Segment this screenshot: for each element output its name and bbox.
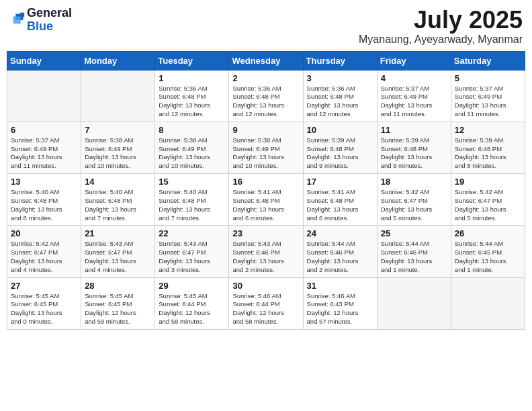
day-number: 9 [232, 125, 299, 135]
weekday-header-sunday: Sunday [7, 51, 81, 70]
day-info: Sunrise: 5:38 AM Sunset: 6:49 PM Dayligh… [232, 136, 299, 171]
day-number: 13 [11, 177, 77, 187]
day-info: Sunrise: 5:40 AM Sunset: 6:48 PM Dayligh… [11, 188, 77, 222]
calendar-cell: 17Sunrise: 5:41 AM Sunset: 6:48 PM Dayli… [303, 174, 377, 226]
logo-icon [11, 11, 26, 26]
calendar-cell: 23Sunrise: 5:43 AM Sunset: 6:46 PM Dayli… [229, 226, 303, 277]
day-number: 17 [307, 177, 373, 187]
calendar-cell: 28Sunrise: 5:45 AM Sunset: 6:45 PM Dayli… [81, 277, 155, 329]
calendar-cell: 26Sunrise: 5:44 AM Sunset: 6:45 PM Dayli… [451, 226, 525, 277]
day-number: 30 [232, 281, 299, 291]
calendar-cell: 6Sunrise: 5:37 AM Sunset: 6:49 PM Daylig… [7, 122, 81, 173]
month-year-title: July 2025 [359, 7, 523, 34]
day-info: Sunrise: 5:46 AM Sunset: 6:44 PM Dayligh… [232, 292, 299, 326]
day-number: 7 [85, 125, 151, 135]
calendar-cell: 8Sunrise: 5:38 AM Sunset: 6:49 PM Daylig… [155, 122, 229, 173]
location-subtitle: Myanaung, Ayeyarwady, Myanmar [359, 34, 523, 46]
day-info: Sunrise: 5:45 AM Sunset: 6:44 PM Dayligh… [159, 292, 225, 326]
day-number: 8 [159, 125, 225, 135]
calendar-cell: 18Sunrise: 5:42 AM Sunset: 6:47 PM Dayli… [377, 174, 451, 226]
day-info: Sunrise: 5:44 AM Sunset: 6:46 PM Dayligh… [307, 240, 373, 274]
calendar-cell: 19Sunrise: 5:42 AM Sunset: 6:47 PM Dayli… [451, 174, 525, 226]
day-info: Sunrise: 5:39 AM Sunset: 6:48 PM Dayligh… [381, 136, 447, 171]
week-row-1: 1Sunrise: 5:36 AM Sunset: 6:48 PM Daylig… [7, 70, 525, 122]
day-info: Sunrise: 5:39 AM Sunset: 6:48 PM Dayligh… [455, 136, 521, 171]
day-info: Sunrise: 5:37 AM Sunset: 6:49 PM Dayligh… [455, 85, 521, 119]
day-info: Sunrise: 5:43 AM Sunset: 6:47 PM Dayligh… [85, 240, 151, 274]
day-number: 22 [159, 228, 225, 238]
calendar-cell: 15Sunrise: 5:40 AM Sunset: 6:48 PM Dayli… [155, 174, 229, 226]
day-info: Sunrise: 5:41 AM Sunset: 6:48 PM Dayligh… [307, 188, 373, 222]
day-info: Sunrise: 5:36 AM Sunset: 6:48 PM Dayligh… [159, 85, 225, 119]
calendar-cell: 7Sunrise: 5:38 AM Sunset: 6:49 PM Daylig… [81, 122, 155, 173]
day-number: 19 [455, 177, 521, 187]
calendar-cell [377, 277, 451, 329]
day-info: Sunrise: 5:38 AM Sunset: 6:49 PM Dayligh… [85, 136, 151, 171]
day-info: Sunrise: 5:41 AM Sunset: 6:48 PM Dayligh… [232, 188, 299, 222]
day-info: Sunrise: 5:43 AM Sunset: 6:46 PM Dayligh… [232, 240, 299, 274]
day-info: Sunrise: 5:42 AM Sunset: 6:47 PM Dayligh… [381, 188, 447, 222]
calendar-cell: 11Sunrise: 5:39 AM Sunset: 6:48 PM Dayli… [377, 122, 451, 173]
day-number: 20 [11, 228, 77, 238]
day-number: 5 [455, 73, 521, 83]
calendar-cell: 3Sunrise: 5:36 AM Sunset: 6:48 PM Daylig… [303, 70, 377, 122]
calendar-cell [7, 70, 81, 122]
day-number: 6 [11, 125, 77, 135]
calendar-table: SundayMondayTuesdayWednesdayThursdayFrid… [7, 51, 525, 330]
day-number: 1 [159, 73, 225, 83]
weekday-header-friday: Friday [377, 51, 451, 70]
day-info: Sunrise: 5:44 AM Sunset: 6:45 PM Dayligh… [455, 240, 521, 274]
calendar-cell: 12Sunrise: 5:39 AM Sunset: 6:48 PM Dayli… [451, 122, 525, 173]
weekday-header-row: SundayMondayTuesdayWednesdayThursdayFrid… [7, 51, 525, 70]
day-number: 18 [381, 177, 447, 187]
day-number: 16 [232, 177, 299, 187]
day-info: Sunrise: 5:40 AM Sunset: 6:48 PM Dayligh… [85, 188, 151, 222]
weekday-header-tuesday: Tuesday [155, 51, 229, 70]
week-row-2: 6Sunrise: 5:37 AM Sunset: 6:49 PM Daylig… [7, 122, 525, 173]
day-number: 2 [232, 73, 299, 83]
day-info: Sunrise: 5:42 AM Sunset: 6:47 PM Dayligh… [455, 188, 521, 222]
weekday-header-saturday: Saturday [451, 51, 525, 70]
calendar-cell: 14Sunrise: 5:40 AM Sunset: 6:48 PM Dayli… [81, 174, 155, 226]
day-number: 27 [11, 281, 77, 291]
day-number: 12 [455, 125, 521, 135]
calendar-cell: 22Sunrise: 5:43 AM Sunset: 6:47 PM Dayli… [155, 226, 229, 277]
calendar-cell: 31Sunrise: 5:46 AM Sunset: 6:43 PM Dayli… [303, 277, 377, 329]
day-number: 3 [307, 73, 373, 83]
calendar-cell: 10Sunrise: 5:39 AM Sunset: 6:48 PM Dayli… [303, 122, 377, 173]
weekday-header-wednesday: Wednesday [229, 51, 303, 70]
day-number: 24 [307, 228, 373, 238]
calendar-cell: 16Sunrise: 5:41 AM Sunset: 6:48 PM Dayli… [229, 174, 303, 226]
calendar-cell: 2Sunrise: 5:36 AM Sunset: 6:48 PM Daylig… [229, 70, 303, 122]
calendar-cell: 5Sunrise: 5:37 AM Sunset: 6:49 PM Daylig… [451, 70, 525, 122]
day-number: 10 [307, 125, 373, 135]
day-info: Sunrise: 5:37 AM Sunset: 6:49 PM Dayligh… [11, 136, 77, 171]
page-header: General Blue July 2025 Myanaung, Ayeyarw… [7, 7, 525, 46]
day-info: Sunrise: 5:39 AM Sunset: 6:48 PM Dayligh… [307, 136, 373, 171]
calendar-cell: 9Sunrise: 5:38 AM Sunset: 6:49 PM Daylig… [229, 122, 303, 173]
day-info: Sunrise: 5:38 AM Sunset: 6:49 PM Dayligh… [159, 136, 225, 171]
calendar-cell: 24Sunrise: 5:44 AM Sunset: 6:46 PM Dayli… [303, 226, 377, 277]
week-row-4: 20Sunrise: 5:42 AM Sunset: 6:47 PM Dayli… [7, 226, 525, 277]
day-info: Sunrise: 5:45 AM Sunset: 6:45 PM Dayligh… [85, 292, 151, 326]
calendar-cell: 30Sunrise: 5:46 AM Sunset: 6:44 PM Dayli… [229, 277, 303, 329]
logo-general-text: General [27, 6, 72, 19]
day-info: Sunrise: 5:43 AM Sunset: 6:47 PM Dayligh… [159, 240, 225, 274]
logo: General Blue [9, 7, 72, 34]
logo-blue-text: Blue [27, 19, 53, 33]
svg-marker-1 [13, 16, 21, 24]
day-number: 25 [381, 228, 447, 238]
day-number: 26 [455, 228, 521, 238]
day-info: Sunrise: 5:44 AM Sunset: 6:46 PM Dayligh… [381, 240, 447, 274]
calendar-cell: 13Sunrise: 5:40 AM Sunset: 6:48 PM Dayli… [7, 174, 81, 226]
calendar-cell: 21Sunrise: 5:43 AM Sunset: 6:47 PM Dayli… [81, 226, 155, 277]
day-info: Sunrise: 5:36 AM Sunset: 6:48 PM Dayligh… [232, 85, 299, 119]
day-info: Sunrise: 5:46 AM Sunset: 6:43 PM Dayligh… [307, 292, 373, 326]
day-info: Sunrise: 5:45 AM Sunset: 6:45 PM Dayligh… [11, 292, 77, 326]
calendar-cell: 29Sunrise: 5:45 AM Sunset: 6:44 PM Dayli… [155, 277, 229, 329]
week-row-5: 27Sunrise: 5:45 AM Sunset: 6:45 PM Dayli… [7, 277, 525, 329]
day-number: 14 [85, 177, 151, 187]
calendar-cell: 27Sunrise: 5:45 AM Sunset: 6:45 PM Dayli… [7, 277, 81, 329]
day-number: 23 [232, 228, 299, 238]
title-block: July 2025 Myanaung, Ayeyarwady, Myanmar [359, 7, 523, 46]
